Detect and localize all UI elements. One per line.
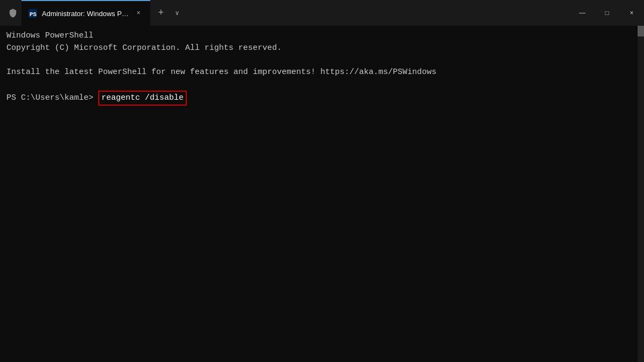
dropdown-button[interactable]: ∨	[170, 5, 185, 20]
shield-icon	[4, 4, 21, 21]
command-text: reagentc /disable	[98, 91, 187, 106]
tab-close-button[interactable]: ×	[133, 8, 144, 19]
new-tab-button[interactable]: +	[152, 4, 170, 21]
tab-label: Administrator: Windows Powe	[42, 10, 129, 18]
maximize-button[interactable]: □	[595, 0, 619, 26]
window: PS Administrator: Windows Powe × + ∨ — □…	[0, 0, 644, 362]
powershell-tab-icon: PS	[28, 9, 38, 18]
svg-text:PS: PS	[30, 11, 37, 18]
terminal-line-2: Copyright (C) Microsoft Corporation. All…	[6, 42, 638, 55]
active-tab[interactable]: PS Administrator: Windows Powe ×	[21, 0, 150, 26]
minimize-button[interactable]: —	[570, 0, 595, 26]
prompt-text: PS C:\Users\kamle>	[6, 92, 93, 105]
titlebar: PS Administrator: Windows Powe × + ∨ — □…	[0, 0, 644, 26]
titlebar-left: PS Administrator: Windows Powe × + ∨	[0, 0, 570, 26]
terminal-line-3	[6, 54, 638, 67]
scrollbar-thumb[interactable]	[638, 26, 644, 36]
close-button[interactable]: ×	[619, 0, 644, 26]
terminal-prompt-line: PS C:\Users\kamle> reagentc /disable	[6, 91, 638, 106]
terminal-line-1: Windows PowerShell	[6, 30, 638, 42]
scrollbar-track[interactable]	[638, 26, 644, 362]
window-controls: — □ ×	[570, 0, 644, 26]
terminal-line-4: Install the latest PowerShell for new fe…	[6, 67, 638, 79]
terminal-line-5	[6, 78, 638, 91]
terminal-content[interactable]: Windows PowerShell Copyright (C) Microso…	[0, 26, 644, 362]
